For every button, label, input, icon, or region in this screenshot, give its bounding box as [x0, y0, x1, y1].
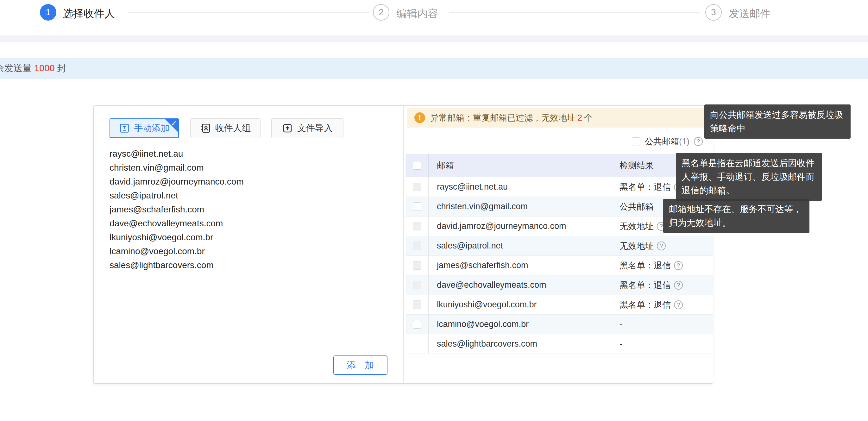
- warning-icon: !: [414, 112, 425, 123]
- row-email: christen.vin@gmail.com: [429, 197, 613, 216]
- blacklist-tooltip: 黑名单是指在云邮通发送后因收件人举报、手动退订、反垃圾邮件而退信的邮箱。: [676, 153, 822, 201]
- row-status-cell: 黑名单：退信?: [613, 260, 713, 271]
- row-status: 黑名单：退信: [620, 279, 671, 291]
- row-checkbox[interactable]: [413, 340, 421, 348]
- public-mailbox-label-text: 公共邮箱: [645, 137, 679, 146]
- row-checkbox-cell: [405, 275, 429, 295]
- row-email: raysc@iinet.net.au: [429, 177, 613, 197]
- tab-file-import-label: 文件导入: [297, 122, 333, 134]
- table-row: dave@echovalleymeats.com黑名单：退信?: [405, 275, 713, 295]
- section-separator: [0, 35, 868, 42]
- recipient-input-area[interactable]: raysc@iinet.net.auchristen.vin@gmail.com…: [110, 147, 388, 343]
- recipient-email-line: david.jamroz@journeymanco.com: [110, 175, 388, 189]
- quota-text: 余发送量1000封: [0, 62, 66, 75]
- row-checkbox: [413, 222, 421, 231]
- row-status: -: [620, 320, 622, 329]
- row-status: 公共邮箱: [620, 201, 654, 212]
- table-header-row: 邮箱 检测结果: [405, 154, 713, 177]
- step-1-circle: 1: [40, 4, 56, 21]
- warning-count: 2: [576, 113, 584, 122]
- row-status-cell: -: [613, 320, 713, 329]
- row-email: dave@echovalleymeats.com: [429, 275, 613, 295]
- row-checkbox[interactable]: [413, 202, 421, 211]
- row-checkbox[interactable]: [413, 320, 421, 329]
- recipient-group-icon: [200, 123, 211, 133]
- tab-manual-add[interactable]: 手动添加 ✓: [110, 118, 179, 138]
- row-status-cell: 黑名单：退信?: [613, 299, 713, 310]
- step-2-number: 2: [379, 7, 384, 18]
- table-row: sales@ipatrol.net无效地址?: [405, 236, 713, 256]
- tab-file-import[interactable]: 文件导入: [271, 118, 343, 138]
- table-row: lcamino@voegol.com.br-: [405, 314, 713, 334]
- recipient-email-line: sales@lightbarcovers.com: [110, 258, 388, 272]
- row-checkbox-cell: [405, 177, 429, 197]
- step-1-label: 选择收件人: [63, 7, 115, 21]
- row-checkbox: [413, 281, 421, 289]
- row-status-cell: -: [613, 339, 713, 349]
- wizard-stepper: 1 选择收件人 2 编辑内容 3 发送邮件: [0, 0, 868, 35]
- status-help-icon[interactable]: ?: [657, 242, 666, 250]
- row-status: 无效地址: [620, 221, 654, 232]
- table-row: raysc@iinet.net.au黑名单：退信?: [405, 177, 713, 197]
- add-button[interactable]: 添 加: [333, 356, 388, 375]
- row-checkbox-cell: [405, 314, 429, 334]
- step-3-label: 发送邮件: [729, 7, 771, 21]
- invalid-address-tooltip: 邮箱地址不存在、服务不可达等，归为无效地址。: [663, 199, 809, 233]
- row-checkbox-cell: [405, 216, 429, 236]
- status-help-icon[interactable]: ?: [674, 261, 683, 270]
- table-row: james@schaferfish.com黑名单：退信?: [405, 256, 713, 275]
- select-all-checkbox[interactable]: [413, 161, 421, 170]
- header-email-column: 邮箱: [429, 154, 613, 177]
- row-checkbox: [413, 242, 421, 250]
- step-2-circle: 2: [373, 4, 390, 21]
- row-email: lkuniyoshi@voegol.com.br: [429, 295, 613, 314]
- recipient-panel: 手动添加 ✓ 收件人组 文件导入 raysc@iinet.net.auchris…: [93, 106, 713, 384]
- public-mailbox-checkbox[interactable]: [632, 138, 641, 146]
- row-status-cell: 黑名单：退信?: [613, 279, 713, 291]
- row-email: david.jamroz@journeymanco.com: [429, 216, 613, 236]
- active-check-icon: ✓: [170, 119, 177, 128]
- manual-add-icon: [119, 123, 130, 133]
- header-checkbox-cell: [405, 154, 429, 177]
- warning-text: 异常邮箱：重复邮箱已过滤，无效地址2个: [430, 112, 593, 123]
- warning-text-before: 异常邮箱：重复邮箱已过滤，无效地址: [430, 113, 576, 122]
- recipient-email-line: lkuniyoshi@voegol.com.br: [110, 231, 388, 244]
- row-status: 黑名单：退信: [620, 181, 671, 193]
- file-import-icon: [282, 123, 293, 133]
- recipient-email-line: raysc@iinet.net.au: [110, 147, 388, 161]
- row-checkbox-cell: [405, 197, 429, 216]
- row-status-cell: 无效地址?: [613, 240, 713, 252]
- row-email: sales@ipatrol.net: [429, 236, 613, 255]
- bulk-mail-wizard-page: 1 选择收件人 2 编辑内容 3 发送邮件 余发送量1000封 手动添加 ✓: [0, 0, 868, 421]
- row-checkbox-cell: [405, 295, 429, 314]
- row-checkbox-cell: [405, 236, 429, 255]
- quota-banner: 余发送量1000封: [0, 58, 868, 79]
- row-status: 黑名单：退信: [620, 299, 671, 310]
- quota-prefix: 余发送量: [0, 63, 32, 73]
- public-mailbox-filter: 公共邮箱(1) ?: [632, 135, 703, 148]
- panel-divider: [403, 106, 404, 383]
- row-email: sales@lightbarcovers.com: [429, 334, 613, 354]
- row-status: -: [620, 339, 622, 349]
- table-row: lkuniyoshi@voegol.com.br黑名单：退信?: [405, 295, 713, 314]
- recipient-email-line: lcamino@voegol.com.br: [110, 244, 388, 258]
- table-row: sales@lightbarcovers.com-: [405, 334, 713, 354]
- step-connector-2: [450, 12, 700, 13]
- tab-recipient-group-label: 收件人组: [215, 122, 251, 134]
- recipient-email-line: christen.vin@gmail.com: [110, 161, 388, 175]
- status-help-icon[interactable]: ?: [674, 300, 683, 309]
- public-mailbox-label: 公共邮箱(1): [645, 136, 689, 147]
- recipient-email-line: sales@ipatrol.net: [110, 189, 388, 203]
- step-2-label: 编辑内容: [396, 7, 438, 21]
- public-mailbox-tooltip: 向公共邮箱发送过多容易被反垃圾策略命中: [704, 104, 850, 139]
- row-checkbox-cell: [405, 256, 429, 275]
- row-checkbox: [413, 261, 421, 270]
- abnormal-mailbox-warning: ! 异常邮箱：重复邮箱已过滤，无效地址2个: [407, 108, 710, 127]
- row-email: lcamino@voegol.com.br: [429, 314, 613, 334]
- public-mailbox-help-icon[interactable]: ?: [694, 137, 703, 146]
- status-help-icon[interactable]: ?: [674, 281, 683, 290]
- step-connector-1: [128, 12, 369, 13]
- tab-recipient-group[interactable]: 收件人组: [190, 118, 260, 138]
- public-mailbox-count: (1): [679, 137, 689, 146]
- quota-amount: 1000: [32, 63, 57, 73]
